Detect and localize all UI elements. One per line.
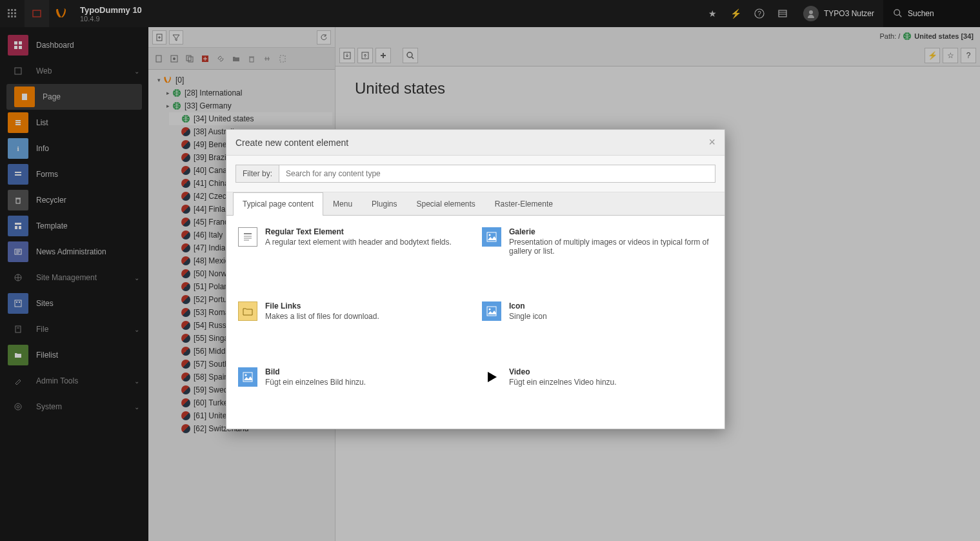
ce-title: Galerie: [509, 227, 713, 236]
ce-title: File Links: [265, 301, 469, 311]
ce-title: Regular Text Element: [265, 227, 469, 236]
content-element-option[interactable]: File LinksMakes a list of files for down…: [238, 301, 469, 351]
content-element-option[interactable]: VideoFügt ein einzelnes Video hinzu.: [482, 367, 713, 417]
filter-input[interactable]: [279, 165, 715, 183]
svg-point-81: [489, 309, 491, 311]
content-element-option[interactable]: IconSingle icon: [482, 301, 713, 351]
ce-title: Icon: [509, 301, 713, 311]
content-element-option[interactable]: GaleriePresentation of multiply images o…: [482, 227, 713, 286]
image-element-icon: [238, 367, 257, 387]
modal-tab[interactable]: Raster-Elemente: [485, 192, 563, 215]
modal-tab[interactable]: Plugins: [362, 192, 406, 215]
filter-label: Filter by:: [235, 165, 279, 183]
svg-point-83: [245, 374, 247, 376]
content-element-option[interactable]: BildFügt ein einzelnes Bild hinzu.: [238, 367, 469, 417]
image-element-icon: [482, 301, 501, 321]
modal-body: Regular Text ElementA regular text eleme…: [226, 216, 725, 429]
ce-description: Fügt ein einzelnes Video hinzu.: [509, 378, 713, 387]
modal-close-button[interactable]: ×: [708, 136, 715, 149]
folder-element-icon: [238, 301, 257, 321]
ce-description: Makes a list of files for download.: [265, 312, 469, 321]
ce-description: Fügt ein einzelnes Bild hinzu.: [265, 378, 469, 387]
ce-title: Video: [509, 367, 713, 376]
modal-tabs: Typical page contentMenuPluginsSpecial e…: [226, 192, 725, 216]
svg-point-79: [489, 234, 491, 236]
ce-description: Single icon: [509, 312, 713, 321]
ce-title: Bild: [265, 367, 469, 376]
modal-tab[interactable]: Typical page content: [233, 192, 323, 216]
ce-description: Presentation of multiply images or video…: [509, 238, 713, 256]
modal-tab[interactable]: Menu: [323, 192, 362, 215]
play-element-icon: [482, 367, 501, 387]
image-element-icon: [482, 227, 501, 247]
text-element-icon: [238, 227, 257, 247]
modal-tab[interactable]: Special elements: [406, 192, 485, 215]
ce-description: A regular text element with header and b…: [265, 238, 469, 247]
new-content-element-modal: Create new content element × Filter by: …: [226, 129, 725, 429]
content-element-option[interactable]: Regular Text ElementA regular text eleme…: [238, 227, 469, 286]
modal-title: Create new content element: [235, 138, 708, 148]
